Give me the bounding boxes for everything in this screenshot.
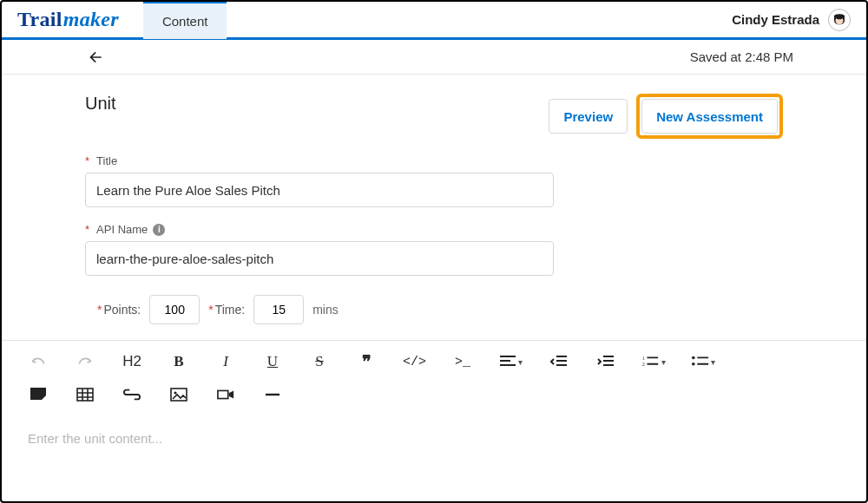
api-name-label: *API Name i bbox=[85, 223, 554, 236]
brand-logo: Trailmaker bbox=[17, 8, 119, 31]
svg-text:2: 2 bbox=[642, 362, 645, 367]
undo-button[interactable] bbox=[28, 349, 49, 374]
outdent-icon bbox=[550, 354, 568, 369]
video-button[interactable] bbox=[215, 382, 236, 407]
table-button[interactable] bbox=[75, 382, 95, 407]
unordered-list-icon bbox=[692, 354, 709, 369]
undo-icon bbox=[30, 354, 47, 369]
link-button[interactable] bbox=[122, 382, 142, 407]
svg-point-6 bbox=[692, 363, 695, 366]
image-button[interactable] bbox=[168, 382, 189, 407]
time-label: *Time: bbox=[208, 303, 245, 317]
note-icon bbox=[30, 387, 47, 402]
arrow-left-icon bbox=[87, 49, 104, 66]
svg-rect-2 bbox=[836, 15, 843, 19]
api-name-input[interactable] bbox=[85, 241, 554, 276]
quote-button[interactable]: ❞ bbox=[356, 349, 377, 374]
editor-placeholder: Enter the unit content... bbox=[28, 431, 162, 446]
title-label: *Title bbox=[85, 154, 554, 167]
table-icon bbox=[76, 387, 94, 402]
new-assessment-button[interactable]: New Assessment bbox=[641, 99, 778, 134]
italic-button[interactable]: I bbox=[215, 349, 236, 374]
back-button[interactable] bbox=[83, 45, 108, 69]
saved-status: Saved at 2:48 PM bbox=[690, 49, 793, 64]
svg-point-10 bbox=[174, 391, 176, 394]
underline-button[interactable]: U bbox=[262, 349, 283, 374]
heading-button[interactable]: H2 bbox=[122, 349, 142, 374]
align-left-icon bbox=[499, 354, 516, 369]
new-assessment-highlight: New Assessment bbox=[636, 94, 783, 139]
code-button[interactable]: </> bbox=[403, 349, 426, 374]
note-button[interactable] bbox=[28, 382, 49, 407]
points-input[interactable] bbox=[149, 295, 200, 324]
minus-icon bbox=[264, 387, 281, 402]
link-icon bbox=[123, 387, 141, 402]
user-avatar bbox=[828, 9, 851, 31]
info-icon[interactable]: i bbox=[153, 224, 165, 236]
preview-button[interactable]: Preview bbox=[549, 99, 628, 134]
indent-icon bbox=[597, 354, 615, 369]
tab-content[interactable]: Content bbox=[143, 1, 227, 39]
ordered-list-button[interactable]: 12▾ bbox=[642, 349, 666, 374]
hr-button[interactable] bbox=[262, 382, 283, 407]
points-label: *Points: bbox=[97, 303, 141, 317]
chevron-down-icon: ▾ bbox=[661, 357, 666, 367]
svg-text:1: 1 bbox=[642, 356, 645, 361]
strike-button[interactable]: S bbox=[309, 349, 330, 374]
indent-button[interactable] bbox=[595, 349, 616, 374]
chevron-down-icon: ▾ bbox=[711, 357, 715, 367]
title-input[interactable] bbox=[85, 173, 554, 207]
redo-button[interactable] bbox=[75, 349, 95, 374]
ordered-list-icon: 12 bbox=[642, 354, 660, 369]
mins-label: mins bbox=[312, 303, 339, 317]
svg-point-5 bbox=[692, 356, 695, 360]
redo-icon bbox=[76, 354, 94, 369]
bold-button[interactable]: B bbox=[168, 349, 189, 374]
user-name: Cindy Estrada bbox=[732, 12, 819, 27]
outdent-button[interactable] bbox=[549, 349, 569, 374]
video-icon bbox=[217, 387, 234, 402]
svg-rect-11 bbox=[218, 390, 228, 398]
user-menu[interactable]: Cindy Estrada bbox=[732, 9, 851, 31]
unordered-list-button[interactable]: ▾ bbox=[692, 349, 715, 374]
editor-content[interactable]: Enter the unit content... bbox=[2, 412, 866, 481]
time-input[interactable] bbox=[253, 295, 304, 324]
svg-rect-8 bbox=[77, 389, 93, 401]
align-button[interactable]: ▾ bbox=[499, 349, 523, 374]
brand-part2: maker bbox=[63, 8, 119, 31]
chevron-down-icon: ▾ bbox=[518, 357, 523, 367]
page-title: Unit bbox=[85, 94, 116, 114]
terminal-button[interactable]: >_ bbox=[452, 349, 473, 374]
brand-part1: Trail bbox=[17, 8, 62, 31]
image-icon bbox=[170, 387, 187, 402]
